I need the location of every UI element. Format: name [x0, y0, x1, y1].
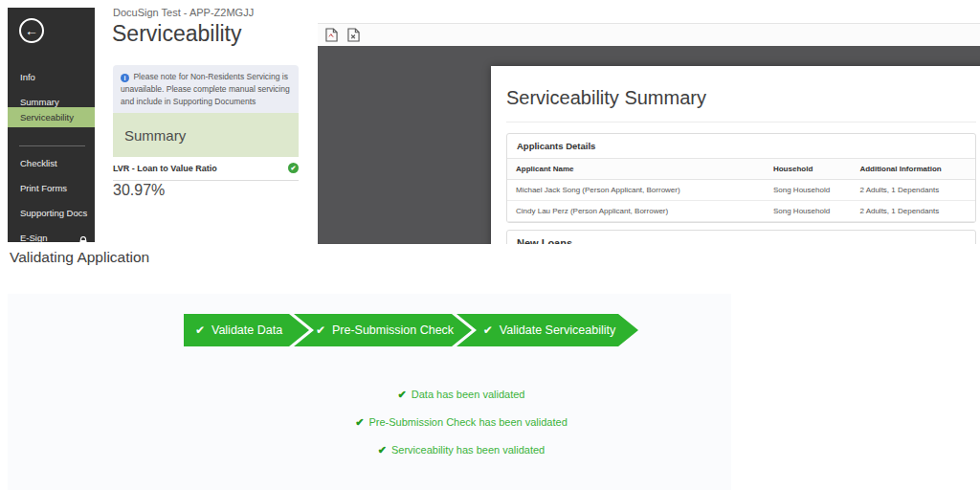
sidebar-item-checklist[interactable]: Checklist — [8, 153, 95, 173]
new-loans-section: New Loans — [506, 230, 976, 244]
modal-title: Serviceability Summary — [506, 87, 976, 109]
sidebar-divider — [19, 145, 85, 146]
check-icon: ✔ — [483, 323, 493, 337]
table-row: Michael Jack Song (Person Applicant, Bor… — [507, 180, 975, 201]
check-icon: ✔ — [195, 323, 205, 337]
additional-info: 2 Adults, 1 Dependants — [851, 201, 975, 222]
sidebar-item-info[interactable]: Info — [8, 67, 95, 87]
document-viewer: Serviceability Summary Applicants Detail… — [318, 23, 980, 244]
back-button[interactable]: ← — [19, 18, 44, 43]
sidebar-item-supporting-docs[interactable]: Supporting Docs — [8, 203, 95, 223]
sidebar-item-print-forms[interactable]: Print Forms — [8, 178, 95, 198]
col-applicant-name: Applicant Name — [507, 159, 765, 180]
check-icon: ✔ — [355, 416, 364, 428]
non-residents-alert: i Please note for Non-Residents Servicin… — [113, 65, 299, 115]
table-row: Cindy Lau Perz (Person Applicant, Borrow… — [507, 201, 975, 222]
table-header-row: Applicant Name Household Additional Info… — [507, 159, 975, 180]
message-text: Pre-Submission Check has been validated — [368, 416, 567, 428]
col-household: Household — [765, 159, 851, 180]
applicants-details-section: Applicants Details Applicant Name Househ… — [506, 133, 976, 223]
lvr-value: 30.97% — [113, 182, 165, 199]
col-additional-info: Additional Information — [851, 159, 975, 180]
sidebar-item-label: E-Sign — [20, 233, 48, 243]
alert-text: Please note for Non-Residents Servicing … — [121, 72, 290, 106]
back-arrow-icon: ← — [25, 24, 38, 37]
check-icon: ✔ — [316, 323, 325, 337]
validation-message: ✔Data has been validated — [100, 389, 823, 401]
check-badge-icon: ✔ — [288, 163, 299, 173]
step-validate-serviceability: ✔ Validate Serviceability — [457, 314, 638, 346]
validating-application-heading: Validating Application — [10, 249, 149, 266]
check-icon: ✔ — [378, 444, 387, 456]
applicants-details-title: Applicants Details — [507, 134, 975, 158]
applicant-name: Michael Jack Song (Person Applicant, Bor… — [507, 180, 765, 201]
viewer-toolbar — [318, 24, 980, 46]
step-label: Validate Data — [212, 323, 282, 337]
sidebar-item-serviceability[interactable]: Serviceability — [8, 107, 95, 127]
validation-panel: ✔ Validate Data ✔ Pre-Submission Check ✔… — [8, 294, 731, 490]
applicants-table: Applicant Name Household Additional Info… — [507, 158, 975, 222]
lvr-label: LVR - Loan to Value Ratio — [113, 164, 217, 173]
serviceability-summary-modal: Serviceability Summary Applicants Detail… — [491, 66, 980, 244]
sidebar: ← Info Summary Serviceability Checklist … — [8, 8, 95, 242]
step-label: Validate Serviceability — [500, 323, 615, 337]
modal-divider — [506, 122, 976, 122]
new-loans-title: New Loans — [507, 231, 975, 244]
summary-section-title: Summary — [124, 127, 186, 144]
validation-messages: ✔Data has been validated ✔Pre-Submission… — [100, 389, 823, 472]
lvr-row: LVR - Loan to Value Ratio ✔ — [113, 164, 299, 181]
check-icon: ✔ — [398, 389, 407, 400]
step-pre-submission-check: ✔ Pre-Submission Check — [294, 314, 472, 346]
excel-file-icon[interactable] — [347, 28, 360, 42]
household: Song Household — [765, 180, 851, 201]
step-validate-data: ✔ Validate Data — [184, 314, 309, 346]
message-text: Data has been validated — [412, 389, 525, 400]
additional-info: 2 Adults, 1 Dependants — [851, 180, 975, 201]
validation-message: ✔Pre-Submission Check has been validated — [100, 416, 823, 429]
household: Song Household — [765, 201, 851, 222]
step-label: Pre-Submission Check — [332, 323, 454, 337]
page-title: Serviceability — [112, 21, 242, 47]
message-text: Serviceability has been validated — [391, 444, 545, 456]
pdf-file-icon[interactable] — [325, 28, 338, 42]
applicant-name: Cindy Lau Perz (Person Applicant, Borrow… — [507, 201, 765, 222]
info-icon: i — [121, 74, 129, 82]
validation-message: ✔Serviceability has been validated — [100, 444, 823, 457]
sidebar-item-esign[interactable]: E-Sign — [8, 228, 95, 248]
summary-section-header: Summary — [113, 113, 299, 157]
application-title: DocuSign Test - APP-Z2MGJJ — [113, 7, 254, 18]
